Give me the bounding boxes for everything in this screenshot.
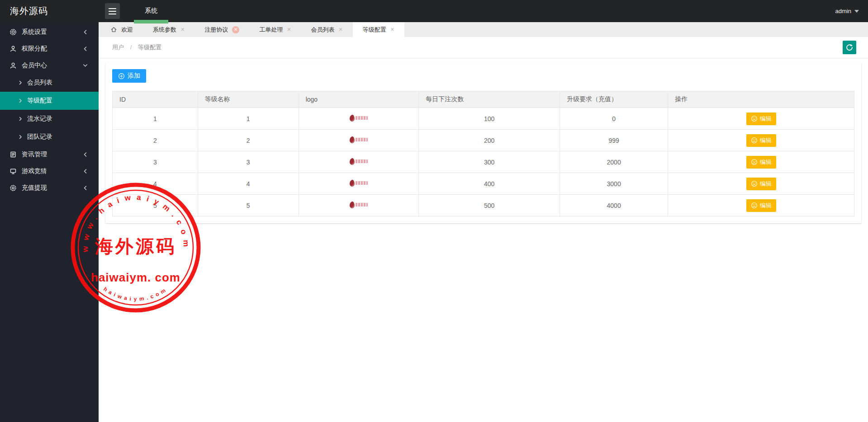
sidebar-item-label: 系统设置: [22, 28, 47, 36]
user-icon: [9, 45, 17, 52]
refresh-button[interactable]: [843, 41, 856, 54]
chevron-left-icon: [82, 184, 89, 191]
edit-button-label: 编辑: [760, 158, 772, 166]
sidebar-item-game-betting[interactable]: 游戏竞猜: [0, 163, 99, 179]
tab-label: 工单处理: [259, 26, 283, 34]
table-row: 1 1 100 0 编辑: [113, 108, 854, 130]
tab-member-list[interactable]: 会员列表 ✕: [301, 22, 352, 37]
edit-button-label: 编辑: [760, 115, 772, 123]
sidebar-subitem-label: 会员列表: [27, 79, 52, 87]
sidebar: 系统设置 权限分配 会员中心: [0, 22, 99, 422]
breadcrumb-bar: 用户 / 等级配置: [99, 37, 868, 58]
app-logo: 海外源码: [10, 0, 48, 22]
close-icon[interactable]: ✕: [180, 27, 185, 32]
sidebar-item-label: 会员中心: [22, 61, 47, 70]
vip-logo-image: [350, 158, 368, 165]
hamburger-menu-button[interactable]: [105, 3, 120, 19]
sidebar-item-label: 充值提现: [22, 184, 47, 192]
sad-face-icon: [751, 180, 758, 187]
edit-button[interactable]: 编辑: [746, 156, 776, 169]
add-button-label: 添加: [128, 72, 140, 80]
sidebar-subitem-team-records[interactable]: 团队记录: [0, 128, 99, 146]
nav-active-indicator: [134, 20, 168, 23]
edit-button-label: 编辑: [760, 202, 772, 210]
table-row: 4 4 400 3000 编辑: [113, 173, 854, 195]
sidebar-item-system-settings[interactable]: 系统设置: [0, 23, 99, 40]
vip-logo-image: [350, 136, 368, 143]
column-header-upgrade-req: 升级要求（充值）: [560, 91, 668, 108]
edit-button[interactable]: 编辑: [746, 113, 776, 125]
sidebar-item-member-center[interactable]: 会员中心: [0, 57, 99, 74]
plus-circle-icon: [118, 73, 125, 80]
tab-level-config[interactable]: 等级配置 ✕: [353, 22, 404, 37]
sidebar-item-label: 资讯管理: [22, 150, 47, 159]
chevron-right-icon: [18, 98, 23, 103]
sad-face-icon: [751, 115, 758, 122]
breadcrumb: 用户 / 等级配置: [99, 37, 868, 58]
sad-face-icon: [751, 202, 758, 209]
edit-button-label: 编辑: [760, 136, 772, 145]
tab-label: 会员列表: [311, 26, 334, 34]
breadcrumb-separator: /: [130, 44, 132, 51]
breadcrumb-parent: 用户: [112, 44, 124, 51]
table-row: 3 3 300 2000 编辑: [113, 151, 854, 173]
username-label: admin: [835, 8, 851, 14]
table-header-row: ID 等级名称 logo 每日下注次数 升级要求（充值） 操作: [113, 91, 854, 108]
sidebar-item-label: 权限分配: [22, 45, 47, 53]
tab-label: 等级配置: [363, 26, 386, 34]
sidebar-subitem-label: 流水记录: [27, 115, 52, 123]
tab-label: 欢迎: [121, 26, 133, 34]
column-header-logo: logo: [299, 91, 419, 108]
close-icon[interactable]: ✕: [232, 26, 239, 33]
table-row: 5 5 500 4000 编辑: [113, 195, 854, 216]
add-button[interactable]: 添加: [112, 69, 146, 83]
top-nav-item-system[interactable]: 系统: [134, 0, 168, 21]
chevron-left-icon: [82, 151, 89, 158]
edit-button[interactable]: 编辑: [746, 134, 776, 147]
recharge-gear-icon: [9, 184, 17, 192]
sidebar-item-permissions[interactable]: 权限分配: [0, 40, 99, 57]
sidebar-subitem-label: 等级配置: [27, 97, 52, 105]
tab-work-orders[interactable]: 工单处理 ✕: [249, 22, 301, 37]
home-icon: [110, 26, 117, 33]
tab-label: 系统参数: [153, 26, 176, 34]
sidebar-subitem-flow-records[interactable]: 流水记录: [0, 110, 99, 128]
chevron-right-icon: [18, 134, 23, 140]
sidebar-item-recharge-withdraw[interactable]: 充值提现: [0, 179, 99, 196]
vip-logo-image: [350, 115, 368, 122]
tab-system-params[interactable]: 系统参数 ✕: [143, 22, 194, 37]
chevron-down-icon: [854, 10, 859, 13]
gear-icon: [9, 28, 17, 36]
edit-button-label: 编辑: [760, 180, 772, 188]
close-icon[interactable]: ✕: [390, 27, 394, 32]
content-card: 添加 ID 等级名称 logo 每日下注次数 升级要求（充值） 操作: [105, 63, 861, 223]
sidebar-subitem-label: 团队记录: [27, 133, 52, 141]
edit-button[interactable]: 编辑: [746, 178, 776, 190]
column-header-level-name: 等级名称: [198, 91, 299, 108]
content-page: 添加 ID 等级名称 logo 每日下注次数 升级要求（充值） 操作: [99, 58, 868, 422]
close-icon[interactable]: ✕: [287, 27, 291, 32]
vip-logo-image: [350, 202, 368, 208]
vip-logo-image: [350, 180, 368, 187]
sidebar-subitem-level-config[interactable]: 等级配置: [0, 92, 99, 110]
monitor-icon: [9, 168, 17, 175]
refresh-icon: [845, 43, 854, 52]
level-config-table: ID 等级名称 logo 每日下注次数 升级要求（充值） 操作 1 1 100: [112, 91, 854, 216]
hamburger-icon: [109, 8, 116, 9]
main-area: 欢迎 系统参数 ✕ 注册协议 ✕ 工单处理 ✕ 会员列表 ✕ 等级配置 ✕ 用户…: [99, 22, 868, 422]
close-icon[interactable]: ✕: [338, 27, 342, 32]
user-menu[interactable]: admin: [835, 0, 859, 22]
sidebar-item-news-management[interactable]: 资讯管理: [0, 146, 99, 163]
edit-button[interactable]: 编辑: [746, 199, 776, 212]
chevron-right-icon: [18, 116, 23, 122]
sidebar-subitem-member-list[interactable]: 会员列表: [0, 74, 99, 92]
sad-face-icon: [751, 159, 758, 165]
tab-welcome[interactable]: 欢迎: [100, 22, 143, 37]
table-row: 2 2 200 999 编辑: [113, 130, 854, 151]
tab-bar: 欢迎 系统参数 ✕ 注册协议 ✕ 工单处理 ✕ 会员列表 ✕ 等级配置 ✕: [99, 22, 868, 37]
column-header-actions: 操作: [668, 91, 854, 108]
chevron-left-icon: [82, 45, 89, 52]
tab-label: 注册协议: [204, 26, 228, 34]
chevron-down-icon: [82, 62, 89, 69]
tab-register-agreement[interactable]: 注册协议 ✕: [194, 22, 249, 37]
